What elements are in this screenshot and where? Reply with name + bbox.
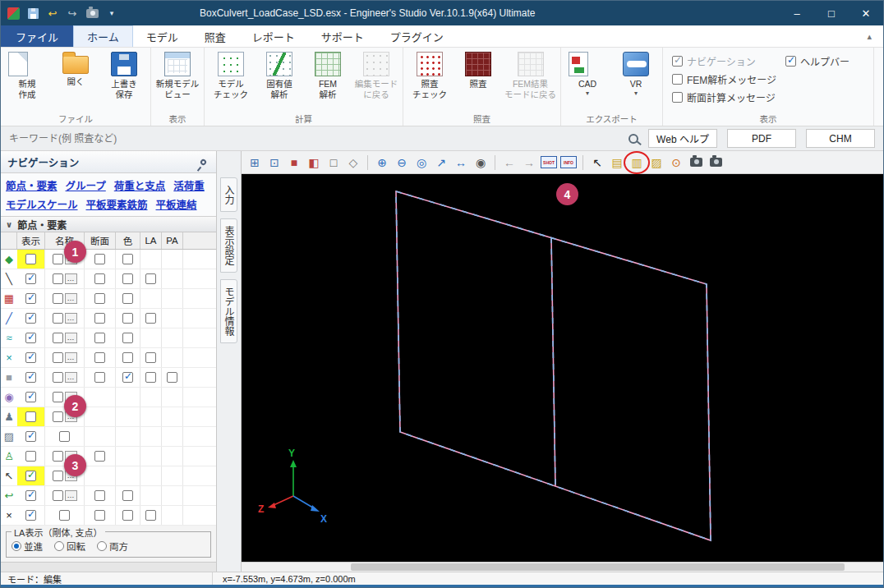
ribbon-button[interactable]: 照査 bbox=[454, 49, 502, 90]
side-tab[interactable]: モデル情報 bbox=[220, 279, 237, 343]
ribbon-checkbox[interactable]: ナビゲーション bbox=[672, 54, 785, 68]
ribbon-checkbox[interactable]: 断面計算メッセージ bbox=[672, 90, 785, 104]
checkbox[interactable] bbox=[59, 510, 70, 521]
checkbox[interactable] bbox=[122, 333, 133, 343]
checkbox[interactable] bbox=[94, 372, 105, 383]
scrollbar-thumb[interactable] bbox=[351, 563, 845, 571]
checkbox[interactable] bbox=[122, 372, 133, 383]
ribbon-button[interactable]: CAD▾ bbox=[564, 49, 611, 97]
more-button[interactable]: … bbox=[65, 372, 77, 383]
checkbox[interactable] bbox=[59, 431, 70, 442]
tab-item[interactable]: レポート bbox=[239, 25, 308, 47]
horizontal-scrollbar[interactable] bbox=[242, 562, 883, 572]
tab-item[interactable]: サポート bbox=[308, 25, 377, 47]
checkbox[interactable] bbox=[53, 254, 63, 264]
checkbox[interactable] bbox=[672, 56, 683, 67]
nav-link[interactable]: モデルスケール bbox=[6, 196, 78, 212]
checkbox[interactable] bbox=[122, 313, 133, 324]
view-solid-icon[interactable]: ■ bbox=[286, 154, 302, 171]
nav-link[interactable]: 活荷重 bbox=[173, 177, 205, 193]
save-quick-icon[interactable] bbox=[25, 6, 40, 21]
table-row[interactable]: × bbox=[1, 506, 216, 526]
checkbox[interactable] bbox=[122, 254, 133, 264]
ribbon-button[interactable]: 照査 チェック bbox=[406, 49, 454, 99]
checkbox[interactable] bbox=[122, 352, 133, 363]
radio-button[interactable] bbox=[97, 541, 107, 551]
checkbox[interactable] bbox=[25, 490, 36, 501]
checkbox[interactable] bbox=[94, 273, 105, 284]
tab-item[interactable]: プラグイン bbox=[377, 25, 457, 47]
camera-add-icon[interactable] bbox=[707, 154, 724, 171]
la-radio-option[interactable]: 回転 bbox=[54, 540, 85, 553]
nav-link[interactable]: 節点・要素 bbox=[6, 177, 58, 193]
la-radio-option[interactable]: 両方 bbox=[97, 540, 128, 553]
checkbox[interactable] bbox=[94, 333, 105, 343]
checkbox[interactable] bbox=[145, 352, 156, 363]
more-button[interactable]: … bbox=[65, 293, 77, 304]
checkbox[interactable] bbox=[25, 372, 36, 383]
model-view-3d[interactable]: Y Z X bbox=[242, 174, 883, 572]
edit-table-icon[interactable]: ▤ bbox=[609, 154, 625, 171]
ribbon-button[interactable]: モデル チェック bbox=[207, 49, 255, 99]
checkbox[interactable] bbox=[25, 333, 36, 343]
checkbox[interactable] bbox=[25, 510, 36, 521]
radio-button[interactable] bbox=[54, 541, 64, 551]
checkbox[interactable] bbox=[145, 273, 156, 284]
side-tab[interactable]: 表示設定 bbox=[220, 218, 237, 273]
checkbox[interactable] bbox=[785, 56, 796, 67]
checkbox[interactable] bbox=[53, 372, 63, 383]
open-view-icon[interactable]: ▨ bbox=[648, 154, 665, 171]
table-row[interactable]: ×… bbox=[1, 348, 216, 368]
checkbox[interactable] bbox=[25, 471, 36, 481]
checkbox[interactable] bbox=[53, 411, 63, 422]
select-poly-icon[interactable]: ⊡ bbox=[266, 154, 283, 171]
section-header-nodes-elements[interactable]: ∨ 節点・要素 bbox=[1, 216, 216, 232]
view-info-icon[interactable]: INFO bbox=[560, 156, 577, 168]
radio-button[interactable] bbox=[12, 541, 21, 551]
checkbox[interactable] bbox=[94, 451, 105, 462]
nav-link[interactable]: 荷重と支点 bbox=[114, 177, 166, 193]
tab-item[interactable]: ホーム bbox=[73, 25, 133, 47]
table-row[interactable]: ▨ bbox=[1, 427, 216, 447]
checkbox[interactable] bbox=[53, 352, 63, 363]
pan-icon[interactable]: ↔ bbox=[453, 154, 469, 171]
view-forward-icon[interactable]: → bbox=[521, 154, 537, 171]
checkbox[interactable] bbox=[122, 490, 133, 501]
ribbon-checkbox[interactable]: FEM解析メッセージ bbox=[672, 72, 785, 86]
nav-link[interactable]: グループ bbox=[66, 177, 106, 193]
checkbox[interactable] bbox=[25, 254, 36, 264]
checkbox[interactable] bbox=[53, 471, 63, 481]
ribbon-button[interactable]: 上書き 保存 bbox=[100, 49, 148, 99]
collapse-ribbon-icon[interactable]: ▴ bbox=[855, 25, 883, 47]
side-tab[interactable]: 入力 bbox=[220, 177, 237, 212]
snapshot-icon[interactable]: SHOT bbox=[541, 156, 557, 168]
checkbox[interactable] bbox=[25, 313, 36, 324]
checkbox[interactable] bbox=[53, 273, 63, 284]
checkbox[interactable] bbox=[53, 313, 63, 324]
ribbon-button[interactable]: FEM 解析 bbox=[304, 49, 352, 99]
nav-link[interactable]: 平板連結 bbox=[156, 196, 197, 212]
checkbox[interactable] bbox=[25, 451, 36, 462]
table-row[interactable]: ↩… bbox=[1, 486, 216, 506]
view-back-icon[interactable]: ← bbox=[501, 154, 518, 171]
table-row[interactable]: ◆… bbox=[1, 250, 216, 269]
maximize-button[interactable]: □ bbox=[814, 1, 849, 25]
checkbox[interactable] bbox=[25, 431, 36, 442]
checkbox[interactable] bbox=[94, 293, 105, 304]
more-button[interactable]: … bbox=[65, 352, 77, 363]
more-button[interactable]: … bbox=[65, 273, 77, 284]
ribbon-button[interactable]: 開く bbox=[52, 49, 99, 87]
view-transparent-icon[interactable]: ◇ bbox=[345, 154, 361, 171]
tab-file[interactable]: ファイル bbox=[1, 25, 73, 47]
ribbon-button[interactable]: 固有値 解析 bbox=[256, 49, 303, 99]
close-button[interactable]: ✕ bbox=[849, 1, 883, 25]
checkbox[interactable] bbox=[53, 490, 63, 501]
table-row[interactable]: ╲… bbox=[1, 269, 216, 289]
checkbox[interactable] bbox=[25, 273, 36, 284]
view-shaded-icon[interactable]: ◧ bbox=[306, 154, 322, 171]
checkbox[interactable] bbox=[25, 352, 36, 363]
zoom-out-icon[interactable]: ⊖ bbox=[394, 154, 410, 171]
zoom-extents-icon[interactable]: ◎ bbox=[413, 154, 430, 171]
orbit-icon[interactable]: ◉ bbox=[472, 154, 489, 171]
minimize-button[interactable]: – bbox=[780, 1, 814, 25]
